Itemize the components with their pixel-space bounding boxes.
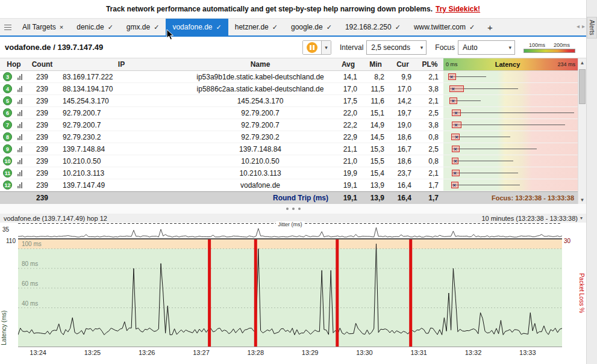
- col-header-latency[interactable]: 0 ms Latency 234 ms: [443, 58, 578, 70]
- cell-avg: 17,5: [334, 97, 362, 105]
- col-header-avg[interactable]: Avg: [334, 60, 362, 69]
- hop-badge: 11: [3, 168, 12, 177]
- alerts-tab-label: Alerts: [589, 20, 595, 35]
- target-tab[interactable]: vodafone.de ✓: [166, 19, 228, 35]
- cell-latency-plot: ×: [443, 107, 578, 119]
- latency-whisker: [451, 137, 510, 137]
- latency-axis-label: Latency (ms): [1, 310, 7, 345]
- focus-select[interactable]: Auto ▾: [458, 40, 515, 55]
- col-header-hop[interactable]: Hop: [0, 60, 28, 69]
- time-tick-label: 13:33: [519, 349, 536, 356]
- target-tab[interactable]: All Targets ×: [16, 19, 70, 35]
- col-header-ip[interactable]: IP: [57, 60, 186, 69]
- table-row[interactable]: 8 239 92.79.230.2 92.79.230.2 22,9 14,5 …: [0, 131, 578, 143]
- tab-state-icon[interactable]: ✓: [327, 23, 332, 31]
- pause-dropdown-button[interactable]: ▾: [321, 41, 331, 54]
- row-graph-icon: [17, 182, 22, 188]
- table-row[interactable]: 9 239 139.7.148.84 139.7.148.84 21,1 15,…: [0, 143, 578, 155]
- scrollbar-track[interactable]: [578, 67, 586, 196]
- table-row[interactable]: 12 239 139.7.147.49 vodafone.de 19,1 13,…: [0, 179, 578, 191]
- latency-whisker: [452, 149, 537, 149]
- row-graph-icon: [17, 146, 22, 152]
- cell-latency-plot: ×: [443, 143, 578, 155]
- time-range-select[interactable]: 10 minutes (13:23:38 - 13:33:38) ▾: [481, 215, 583, 222]
- scroll-down-icon[interactable]: ▼: [578, 196, 586, 204]
- row-graph-icon: [17, 74, 22, 80]
- cell-cur: 9,9: [389, 73, 416, 81]
- cell-cur: 16,7: [389, 145, 416, 153]
- tab-label: google.de: [291, 23, 323, 31]
- tab-state-icon[interactable]: ✓: [216, 23, 221, 31]
- cell-avg: 21,0: [334, 157, 362, 165]
- col-header-count[interactable]: Count: [28, 60, 57, 69]
- cell-min: 15,1: [362, 109, 389, 117]
- time-axis: 13:2413:2513:2613:2713:2813:2913:3013:31…: [18, 347, 562, 358]
- gridline-label: 60 ms: [22, 280, 38, 287]
- cell-min: 8,2: [362, 73, 389, 81]
- hop-table: Hop Count IP Name Avg Min Cur PL% 0 ms L…: [0, 58, 586, 204]
- table-row[interactable]: 3 239 83.169.177.222 ip53a9b1de.static.k…: [0, 71, 578, 83]
- tab-state-icon[interactable]: ✓: [272, 23, 278, 31]
- round-trip-label: Round Trip (ms): [57, 194, 334, 202]
- tab-scroll-right-icon[interactable]: ▸: [582, 23, 585, 29]
- cell-cur: 18,6: [389, 133, 416, 141]
- cell-ip: 92.79.200.7: [57, 109, 186, 117]
- cell-latency-plot: ×: [443, 167, 578, 179]
- table-row[interactable]: 5 239 145.254.3.170 145.254.3.170 17,5 1…: [0, 95, 578, 107]
- cell-cur: 23,7: [389, 169, 416, 177]
- hop-badge: 6: [3, 108, 12, 117]
- latency-scale-legend: 100ms 200ms: [524, 42, 575, 53]
- col-header-min[interactable]: Min: [362, 60, 389, 69]
- table-row[interactable]: 10 239 10.210.0.50 10.210.0.50 21,0 15,5…: [0, 155, 578, 167]
- footer-min: 13,9: [362, 194, 389, 202]
- latency-time-chart[interactable]: 100 ms80 ms60 ms40 ms: [18, 239, 562, 347]
- chevron-down-icon: ▾: [508, 45, 511, 51]
- cell-pl: 2,1: [416, 169, 443, 177]
- tab-state-icon[interactable]: ✓: [154, 23, 159, 31]
- timeline-title: vodafone.de (139.7.147.49) hop 12: [4, 215, 107, 222]
- latency-whisker: [452, 113, 574, 113]
- add-target-button[interactable]: +: [481, 19, 499, 35]
- cell-pl: 2,5: [416, 109, 443, 117]
- cell-avg: 22,2: [334, 121, 362, 129]
- col-header-pl[interactable]: PL%: [416, 60, 443, 69]
- scrollbar-thumb[interactable]: [579, 69, 586, 104]
- col-header-name[interactable]: Name: [186, 60, 334, 69]
- interval-select[interactable]: 2,5 seconds ▾: [366, 40, 427, 55]
- menu-icon[interactable]: [0, 19, 16, 35]
- tab-state-icon[interactable]: ✓: [469, 23, 475, 31]
- tab-state-icon[interactable]: ✓: [395, 23, 401, 31]
- latency-whisker: [452, 173, 518, 173]
- table-row[interactable]: 11 239 10.210.3.113 10.210.3.113 19,9 15…: [0, 167, 578, 179]
- scroll-up-icon[interactable]: ▲: [578, 58, 586, 67]
- promo-banner: Track network performance automatically …: [0, 0, 586, 18]
- tab-state-icon[interactable]: ×: [60, 23, 63, 31]
- target-tab[interactable]: gmx.de ✓: [120, 19, 166, 35]
- try-sidekick-link[interactable]: Try Sidekick!: [436, 5, 480, 13]
- target-tab[interactable]: 192.168.2.250 ✓: [339, 19, 407, 35]
- cell-cur: 14,2: [389, 97, 416, 105]
- latency-max-label: 234 ms: [557, 61, 575, 67]
- latency-axis-max: 110: [6, 238, 16, 244]
- col-header-cur[interactable]: Cur: [389, 60, 416, 69]
- cell-avg: 22,9: [334, 133, 362, 141]
- target-tab[interactable]: google.de ✓: [284, 19, 339, 35]
- cell-latency-plot: ×: [443, 83, 578, 94]
- target-tab[interactable]: denic.de ✓: [70, 19, 120, 35]
- target-tab[interactable]: www.twitter.com ✓: [407, 19, 481, 35]
- target-tab[interactable]: hetzner.de ✓: [228, 19, 284, 35]
- alerts-tab[interactable]: Alerts: [587, 17, 597, 39]
- tab-state-icon[interactable]: ✓: [108, 23, 113, 31]
- jitter-chart[interactable]: Jitter (ms): [18, 223, 562, 239]
- table-row[interactable]: 6 239 92.79.200.7 92.79.200.7 22,0 15,1 …: [0, 107, 578, 119]
- panel-splitter[interactable]: [0, 204, 586, 214]
- pause-button[interactable]: [303, 41, 321, 54]
- tab-scroll-left-icon[interactable]: ◂: [577, 23, 580, 29]
- latency-header-label: Latency: [495, 61, 520, 68]
- cell-name: ip53a9b1de.static.kabel-deutschland.de: [186, 73, 334, 81]
- trace-control: ▾: [302, 40, 331, 55]
- interval-value: 2,5 seconds: [371, 43, 410, 52]
- time-tick-label: 13:31: [410, 349, 427, 356]
- table-row[interactable]: 7 239 92.79.200.7 92.79.200.7 22,2 14,9 …: [0, 119, 578, 131]
- table-row[interactable]: 4 239 88.134.194.170 ip5886c2aa.static.k…: [0, 83, 578, 95]
